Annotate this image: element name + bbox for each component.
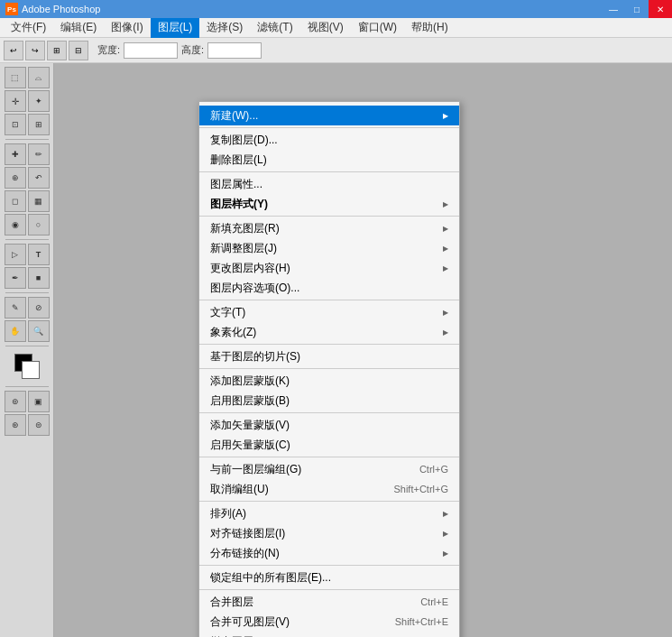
tool-magic-wand[interactable]: ✦ [28,90,50,112]
layer-dropdown-menu: 新建(W)... ▶ 复制图层(D)... 删除图层(L) 图层属性... [198,101,460,637]
menu-item-rasterize-label: 象素化(Z) [210,325,256,340]
separator-4 [5,346,49,346]
menu-item-merge-label: 合并图层 [210,595,253,610]
tool-gradient[interactable]: ▦ [28,190,50,212]
tool-extra2[interactable]: ⊜ [28,414,50,436]
tool-pen[interactable]: ✒ [5,267,26,289]
maximize-button[interactable]: □ [625,0,649,18]
menu-item-lock-all[interactable]: 锁定组中的所有图层(E)... [199,568,459,587]
menu-item-adjustment-layer[interactable]: 新调整图层(J) ▶ [199,238,459,258]
menu-item-align-arrow: ▶ [443,530,448,538]
height-label: 高度: [181,43,204,57]
menu-item-distribute[interactable]: 分布链接的(N) ▶ [199,543,459,563]
menu-window[interactable]: 窗口(W) [351,18,404,38]
tool-path[interactable]: ▷ [5,244,26,265]
tool-dodge[interactable]: ○ [28,214,50,235]
height-input[interactable] [207,42,262,59]
menu-item-rasterize[interactable]: 象素化(Z) ▶ [199,322,459,342]
menu-view[interactable]: 视图(V) [300,18,351,38]
app-logo: Ps [5,3,18,15]
menu-item-content-options[interactable]: 图层内容选项(O)... [199,278,459,298]
menu-item-enable-vector-mask[interactable]: 启用矢量蒙版(C) [199,435,459,455]
menu-item-arrange-arrow: ▶ [443,510,448,518]
tool-eyedropper[interactable]: ⊘ [28,297,50,318]
menu-item-new[interactable]: 新建(W)... ▶ [199,106,459,125]
menu-item-lock-all-label: 锁定组中的所有图层(E)... [210,570,331,586]
tool-shape[interactable]: ■ [28,267,50,289]
menu-item-style[interactable]: 图层样式(Y) ▶ [199,194,459,214]
toolbar-btn-4[interactable]: ⊟ [69,41,88,60]
tool-healing[interactable]: ✚ [5,143,26,165]
toolbar-btn-1[interactable]: ↩ [4,41,23,60]
menu-help[interactable]: 帮助(H) [404,18,456,38]
minimize-button[interactable]: — [602,0,625,18]
menu-file[interactable]: 文件(F) [4,18,53,38]
menu-item-fill-layer[interactable]: 新填充图层(R) ▶ [199,218,459,238]
menu-section-copy-delete: 复制图层(D)... 删除图层(L) [199,128,459,172]
background-color[interactable] [22,361,40,379]
menu-image[interactable]: 图像(I) [104,18,150,38]
menu-item-merge[interactable]: 合并图层 Ctrl+E [199,592,459,612]
menu-item-group-label: 与前一图层编组(G) [210,462,301,477]
menu-section-layer-mask: 添加图层蒙版(K) 启用图层蒙版(B) [199,369,459,413]
menu-item-fill-layer-label: 新填充图层(R) [210,221,280,236]
menu-item-slice[interactable]: 基于图层的切片(S) [199,346,459,366]
menu-item-type-arrow: ▶ [443,309,448,317]
menu-item-change-content-label: 更改图层内容(H) [210,261,290,276]
tool-lasso[interactable]: ⌓ [28,67,50,88]
tool-stamp[interactable]: ⊕ [5,167,26,189]
menu-item-ungroup-shortcut: Shift+Ctrl+G [393,484,448,494]
menu-select[interactable]: 选择(S) [199,18,250,38]
title-bar: Ps Adobe Photoshop — □ ✕ [0,0,672,18]
tool-hand[interactable]: ✋ [5,320,26,342]
tool-screen-mode[interactable]: ▣ [28,391,50,412]
tool-marquee[interactable]: ⬚ [5,67,26,88]
menu-item-change-content[interactable]: 更改图层内容(H) ▶ [199,258,459,278]
main-area: ⬚ ⌓ ✛ ✦ ⊡ ⊞ ✚ ✏ ⊕ ↶ ◻ ▦ ◉ ○ ▷ [0,63,672,637]
tool-annotations[interactable]: ✎ [5,297,26,318]
menu-item-group[interactable]: 与前一图层编组(G) Ctrl+G [199,459,459,479]
menu-item-ungroup[interactable]: 取消编组(U) Shift+Ctrl+G [199,479,459,499]
tool-crop[interactable]: ⊡ [5,114,26,135]
menu-section-vector-mask: 添加矢量蒙版(V) 启用矢量蒙版(C) [199,413,459,457]
toolbar-btn-2[interactable]: ↪ [25,41,45,60]
menu-item-type[interactable]: 文字(T) ▶ [199,302,459,322]
tool-extra1[interactable]: ⊛ [5,414,26,436]
tool-history-brush[interactable]: ↶ [28,167,50,189]
tool-row-1: ⬚ ⌓ [5,67,50,88]
tool-move[interactable]: ✛ [5,90,26,112]
tool-eraser[interactable]: ◻ [5,190,26,212]
tool-blur[interactable]: ◉ [5,214,26,235]
menu-item-properties[interactable]: 图层属性... [199,174,459,194]
tool-brush[interactable]: ✏ [28,143,50,165]
menu-item-enable-mask[interactable]: 启用图层蒙版(B) [199,391,459,411]
tool-type[interactable]: T [28,244,50,265]
menu-item-duplicate[interactable]: 复制图层(D)... [199,130,459,150]
separator-3 [5,292,49,293]
menu-filter[interactable]: 滤镜(T) [250,18,299,38]
menu-item-add-vector-mask[interactable]: 添加矢量蒙版(V) [199,415,459,435]
color-swatch[interactable] [14,354,40,379]
menu-item-delete[interactable]: 删除图层(L) [199,150,459,170]
tool-quickmask[interactable]: ⊚ [5,391,26,412]
menu-section-fill-adjust: 新填充图层(R) ▶ 新调整图层(J) ▶ 更改图层内容(H) ▶ 图层内容选项… [199,217,459,300]
menu-item-align[interactable]: 对齐链接图层(I) ▶ [199,523,459,543]
menu-item-add-mask[interactable]: 添加图层蒙版(K) [199,371,459,391]
menu-section-slice: 基于图层的切片(S) [199,345,459,369]
menu-item-merge-visible[interactable]: 合并可见图层(V) Shift+Ctrl+E [199,612,459,632]
tool-slice[interactable]: ⊞ [28,114,50,135]
toolbar-btn-3[interactable]: ⊞ [47,41,67,60]
menu-section-type-rasterize: 文字(T) ▶ 象素化(Z) ▶ [199,300,459,345]
menu-item-arrange[interactable]: 排列(A) ▶ [199,503,459,523]
menu-item-flatten[interactable]: 拼合图层(F) [199,632,459,637]
menu-edit[interactable]: 编辑(E) [53,18,104,38]
menu-item-rasterize-arrow: ▶ [443,328,448,337]
menu-layer[interactable]: 图层(L) [151,18,200,38]
close-button[interactable]: ✕ [649,0,672,18]
menu-item-type-label: 文字(T) [210,305,245,320]
width-input[interactable] [124,42,178,59]
tool-zoom[interactable]: 🔍 [28,320,50,342]
menu-item-change-content-arrow: ▶ [443,264,448,272]
menu-item-adjustment-layer-label: 新调整图层(J) [210,241,277,256]
menu-item-properties-label: 图层属性... [210,177,262,192]
